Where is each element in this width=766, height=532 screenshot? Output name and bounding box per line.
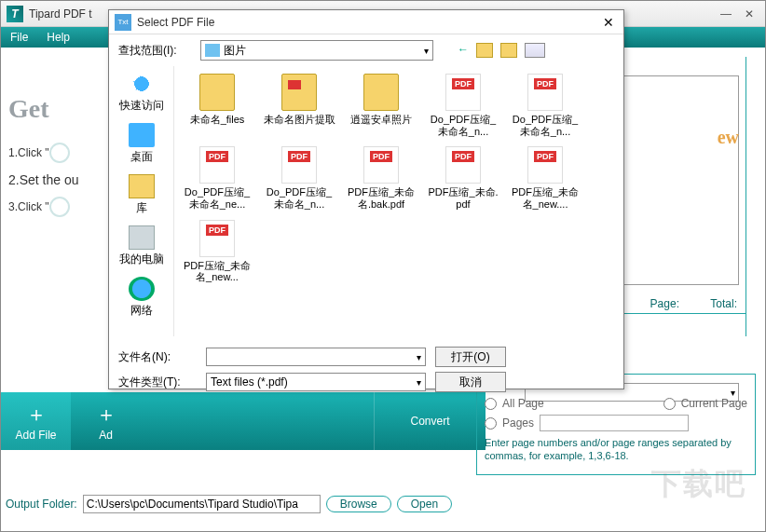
pdf-icon: [445, 74, 481, 111]
step-2: 2.Set the ou: [8, 172, 79, 187]
place-label: 桌面: [130, 149, 153, 165]
look-in-value: 图片: [224, 43, 246, 59]
add-folder-label: Ad: [99, 429, 113, 442]
up-one-level-button[interactable]: [476, 43, 493, 58]
output-folder-input[interactable]: [83, 495, 321, 513]
place-libraries[interactable]: 库: [129, 174, 155, 216]
menu-help[interactable]: Help: [47, 31, 70, 44]
file-name: Do_PDF压缩_未命名_n...: [426, 114, 500, 137]
filename-combo[interactable]: [206, 348, 426, 366]
filetype-value: Text files (*.pdf): [211, 375, 288, 389]
place-desktop[interactable]: 桌面: [129, 123, 155, 165]
place-this-pc[interactable]: 我的电脑: [119, 225, 164, 267]
dialog-close-button[interactable]: ✕: [599, 15, 618, 30]
folder-icon: [199, 74, 235, 111]
look-in-row: 查找范围(I): 图片 ←: [109, 34, 623, 66]
folder-icon: [281, 74, 317, 111]
file-list[interactable]: 未命名_files未命名图片提取逍遥安卓照片Do_PDF压缩_未命名_n...D…: [174, 66, 623, 336]
pdf-icon: [527, 146, 563, 184]
file-item[interactable]: Do_PDF压缩_未命名_ne...: [178, 144, 256, 211]
page-range-help: Enter page numbers and/or page ranges se…: [485, 436, 747, 463]
plus-icon: ＋: [26, 401, 47, 429]
look-in-combo[interactable]: 图片: [200, 40, 433, 61]
file-item[interactable]: PDF压缩_未命名_new...: [178, 218, 256, 285]
plus-icon: ＋: [96, 401, 116, 429]
dialog-cancel-button[interactable]: 取消: [435, 372, 506, 392]
file-name: Do_PDF压缩_未命名_n...: [262, 186, 336, 210]
computer-icon: [129, 225, 155, 250]
add-file-button[interactable]: ＋ Add File: [1, 392, 71, 450]
output-folder-label: Output Folder:: [6, 498, 77, 511]
step-1-icon: [49, 143, 70, 163]
current-page-label: Current Page: [681, 397, 747, 410]
radio-current-page[interactable]: [663, 398, 676, 410]
divider-vertical: [745, 57, 746, 336]
place-network[interactable]: 网络: [129, 277, 155, 319]
menu-file[interactable]: File: [10, 31, 28, 44]
file-item[interactable]: 逍遥安卓照片: [342, 72, 420, 139]
file-name: Do_PDF压缩_未命名_ne...: [180, 186, 254, 210]
place-label: 快速访问: [119, 98, 164, 114]
folder-icon: [205, 44, 220, 57]
step-1: 1.Click ": [8, 143, 79, 163]
filetype-combo[interactable]: Text files (*.pdf): [206, 373, 426, 391]
place-quick-access[interactable]: 快速访问: [119, 72, 164, 114]
browse-button[interactable]: Browse: [326, 496, 391, 512]
close-button[interactable]: ✕: [745, 7, 754, 20]
file-name: 逍遥安卓照片: [350, 114, 412, 126]
file-item[interactable]: Do_PDF压缩_未命名_n...: [506, 72, 584, 139]
file-item[interactable]: 未命名_files: [178, 72, 256, 139]
filename-label: 文件名(N):: [118, 349, 197, 365]
page-label: Page:: [650, 297, 679, 310]
file-item[interactable]: 未命名图片提取: [260, 72, 338, 139]
dialog-icon: Txt: [115, 14, 131, 31]
step-3-icon: [49, 197, 70, 217]
place-label: 网络: [130, 303, 153, 319]
file-open-dialog: Txt Select PDF File ✕ 查找范围(I): 图片 ← 快速访问…: [108, 9, 624, 389]
place-label: 库: [136, 200, 147, 216]
file-name: 未命名图片提取: [264, 114, 335, 126]
file-item[interactable]: PDF压缩_未命名_new....: [506, 144, 584, 211]
pdf-icon: [199, 146, 235, 184]
desktop-icon: [129, 123, 155, 147]
file-name: 未命名_files: [190, 114, 245, 126]
file-item[interactable]: Do_PDF压缩_未命名_n...: [424, 72, 502, 139]
pages-input[interactable]: [540, 415, 689, 431]
view-menu-button[interactable]: [525, 43, 545, 58]
pdf-icon: [199, 220, 235, 257]
pdf-icon: [281, 146, 317, 184]
preview-label: ew: [718, 127, 739, 148]
pdf-icon: [527, 74, 563, 111]
file-name: PDF压缩_未命名_new....: [508, 186, 582, 210]
places-bar: 快速访问 桌面 库 我的电脑 网络: [109, 66, 174, 336]
file-item[interactable]: Do_PDF压缩_未命名_n...: [260, 144, 338, 211]
filetype-label: 文件类型(T):: [118, 375, 197, 390]
open-button[interactable]: Open: [397, 496, 452, 512]
folder-icon: [363, 74, 399, 111]
dialog-titlebar[interactable]: Txt Select PDF File ✕: [109, 10, 623, 34]
star-icon: [129, 72, 155, 96]
app-logo-icon: T: [7, 6, 23, 22]
total-label: Total:: [710, 297, 737, 310]
new-folder-button[interactable]: [500, 43, 517, 58]
dialog-open-button[interactable]: 打开(O): [435, 347, 506, 367]
back-button[interactable]: ←: [458, 43, 469, 58]
minimize-button[interactable]: —: [720, 7, 732, 20]
file-name: PDF压缩_未命名_new...: [180, 260, 254, 283]
place-label: 我的电脑: [119, 252, 164, 267]
convert-label: Convert: [410, 415, 449, 428]
file-name: PDF压缩_未命名.bak.pdf: [344, 186, 418, 210]
file-name: PDF压缩_未命.pdf: [426, 186, 500, 210]
output-folder-row: Output Folder: Browse Open: [6, 495, 452, 513]
file-item[interactable]: PDF压缩_未命.pdf: [424, 144, 502, 211]
radio-pages[interactable]: [485, 417, 497, 430]
watermark: 下载吧: [651, 464, 746, 505]
getting-started-heading: Get: [8, 94, 79, 124]
dialog-title: Select PDF File: [137, 16, 599, 29]
file-item[interactable]: PDF压缩_未命名.bak.pdf: [342, 144, 420, 211]
look-in-label: 查找范围(I):: [118, 43, 193, 59]
pdf-icon: [363, 146, 399, 184]
library-icon: [129, 174, 155, 198]
pdf-icon: [445, 146, 481, 184]
getting-started-panel: Get 1.Click " 2.Set the ou 3.Click ": [8, 94, 79, 226]
